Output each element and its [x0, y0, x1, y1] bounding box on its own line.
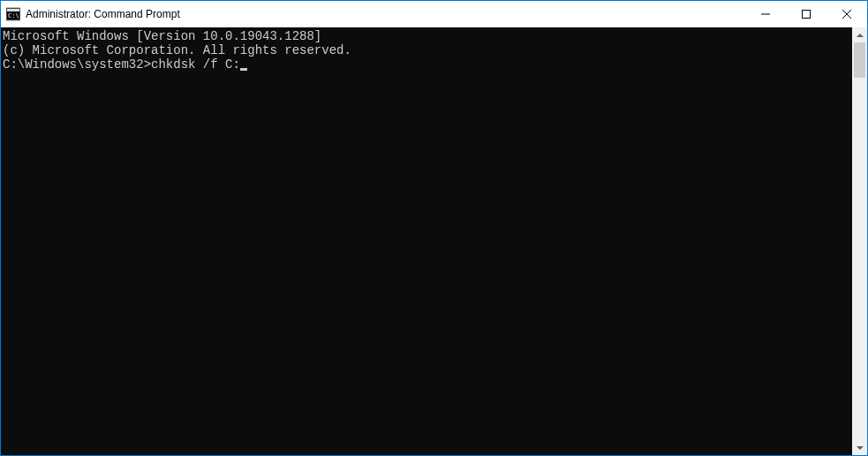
terminal-prompt: C:\Windows\system32> — [3, 57, 151, 72]
scroll-track[interactable] — [852, 42, 867, 440]
svg-text:C:\: C:\ — [8, 12, 19, 19]
vertical-scrollbar[interactable] — [852, 27, 867, 455]
window-title: Administrator: Command Prompt — [26, 8, 180, 20]
terminal-command: chkdsk /f C: — [151, 57, 240, 72]
terminal-prompt-line: C:\Windows\system32>chkdsk /f C: — [3, 57, 852, 72]
terminal-line: Microsoft Windows [Version 10.0.19043.12… — [3, 29, 852, 43]
cmd-icon: C:\ — [6, 7, 20, 21]
terminal-cursor — [240, 68, 247, 71]
window-controls — [745, 1, 867, 27]
scroll-down-arrow-icon[interactable] — [852, 440, 867, 455]
content-area: Microsoft Windows [Version 10.0.19043.12… — [1, 27, 867, 455]
titlebar[interactable]: C:\ Administrator: Command Prompt — [1, 1, 867, 27]
minimize-button[interactable] — [745, 1, 786, 27]
scroll-up-arrow-icon[interactable] — [852, 27, 867, 42]
svg-marker-7 — [857, 34, 864, 37]
command-prompt-window: C:\ Administrator: Command Prompt Micros… — [0, 0, 868, 456]
svg-rect-1 — [7, 9, 19, 11]
svg-marker-8 — [857, 446, 864, 450]
terminal-line: (c) Microsoft Corporation. All rights re… — [3, 43, 852, 57]
svg-rect-4 — [803, 11, 811, 19]
terminal-output[interactable]: Microsoft Windows [Version 10.0.19043.12… — [1, 27, 852, 455]
close-button[interactable] — [826, 1, 867, 27]
scroll-thumb[interactable] — [854, 42, 865, 78]
maximize-button[interactable] — [786, 1, 826, 27]
